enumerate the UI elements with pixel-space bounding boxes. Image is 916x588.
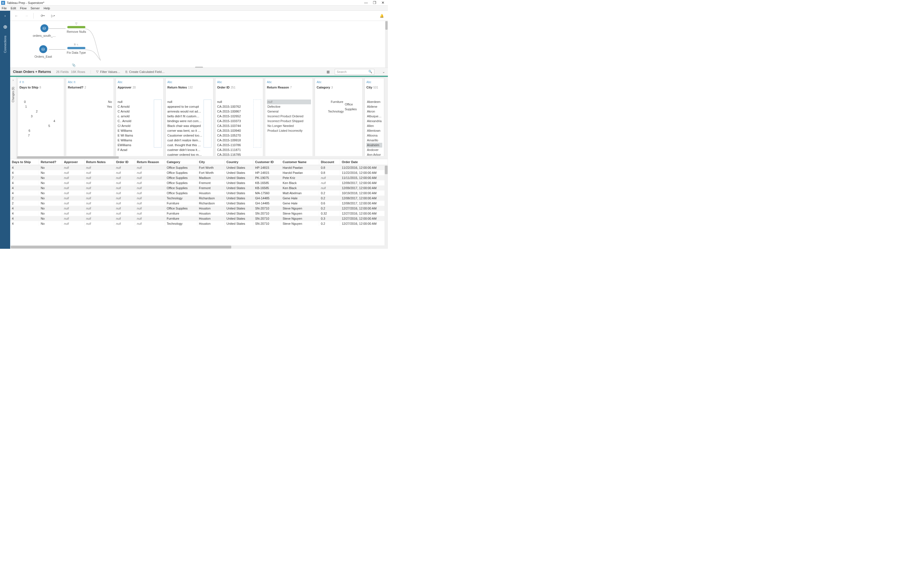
profile-value[interactable]: C Arnold [118, 104, 153, 109]
profile-card[interactable]: AbcCategory3FurnitureOffice SuppliesTech… [315, 78, 363, 159]
profile-card[interactable]: AbcOrder ID251nullCA-2015-100762CA-2015-… [215, 78, 263, 159]
run-button[interactable]: ▷▾ [49, 12, 57, 20]
flow-canvas[interactable]: ⛁ orders_south_… ▽ Remove Nulls ⛁ Orders… [10, 21, 388, 68]
filter-values-button[interactable]: ▽ Filter Values… [96, 70, 120, 73]
back-button[interactable]: ← [13, 12, 20, 20]
profile-value[interactable]: E Wi lliams [118, 133, 153, 138]
column-header[interactable]: Order Date [340, 159, 388, 165]
profile-value[interactable]: Csustomer ordered too… [167, 133, 202, 138]
profile-value[interactable]: null [118, 100, 153, 104]
profile-value[interactable]: Black chair was shipped [167, 124, 202, 128]
profile-value[interactable]: Andover [367, 147, 382, 152]
profile-value[interactable]: CA-2015-111871 [217, 147, 252, 152]
profile-value[interactable]: Anaheim [367, 143, 382, 147]
profile-value[interactable]: cust didn't realize item… [167, 138, 202, 143]
add-connection-button[interactable]: ⊕ [3, 24, 7, 30]
profile-value[interactable]: CA-2015-109918 [217, 138, 252, 143]
column-header[interactable]: Customer Name [281, 159, 319, 165]
profile-value[interactable]: CA-2015-110786 [217, 143, 252, 147]
column-header[interactable]: Discount [319, 159, 340, 165]
profile-value[interactable]: null [267, 100, 311, 104]
column-header[interactable]: Days to Ship [10, 159, 39, 165]
profile-value[interactable]: Akron [367, 109, 382, 114]
refresh-button[interactable]: ⟳▾ [39, 12, 47, 20]
profile-card[interactable]: AbcCity531AberdeenAbileneAkronAlbuquerqu… [364, 78, 384, 159]
table-row[interactable]: 4NonullnullnullnullFurnitureHoustonUnite… [10, 216, 388, 221]
table-row[interactable]: 4NonullnullnullnullOffice SuppliesHousto… [10, 191, 388, 195]
profile-value[interactable]: C Arnold [118, 109, 153, 114]
sidebar-toggle[interactable]: › [0, 11, 10, 21]
menu-server[interactable]: Server [31, 6, 40, 10]
histogram-bar[interactable]: 1 [19, 104, 62, 109]
table-row[interactable]: 4NonullnullnullnullOffice SuppliesFort W… [10, 165, 388, 170]
histogram-bar[interactable]: 2 [19, 109, 62, 114]
data-grid[interactable]: Days to ShipReturned?ApproverReturn Note… [10, 159, 388, 246]
profile-value[interactable]: CA-2015-102652 [217, 114, 252, 119]
profile-value[interactable]: E Williams [118, 128, 153, 133]
profile-value[interactable]: C/ Arnold [118, 124, 153, 128]
table-row[interactable]: 2NonullnullnullnullFurnitureRichardsonUn… [10, 201, 388, 206]
menu-file[interactable]: File [2, 6, 7, 10]
profile-value[interactable]: F Azad [118, 147, 153, 152]
histogram-bar[interactable]: 5 [19, 124, 62, 128]
create-calc-button[interactable]: ⎘ Create Calculated Field… [126, 70, 165, 73]
profile-value[interactable]: Albuquerqu [367, 114, 382, 119]
profile-value[interactable]: EWilliams [118, 143, 153, 147]
profile-card[interactable]: Abc ⎘Returned?2NoYes [66, 78, 114, 159]
profile-value[interactable]: Altoona [367, 133, 382, 138]
profile-value[interactable]: cust. thought that this … [167, 143, 202, 147]
profile-value[interactable]: Incorrect Product Ordered [267, 114, 311, 119]
histogram-bar[interactable]: Yes [68, 104, 112, 109]
table-row[interactable]: 4NonullnullnullnullOffice SuppliesFremon… [10, 186, 388, 191]
profile-value[interactable]: Amarillo [367, 138, 382, 143]
view-toggle-icon[interactable]: ▦ [326, 70, 330, 74]
profile-value[interactable]: E Williams [118, 138, 153, 143]
profile-value[interactable]: CA-2015-103744 [217, 124, 252, 128]
table-row[interactable]: 2NonullnullnullnullTechnologyRichardsonU… [10, 195, 388, 201]
profile-value[interactable]: CA-2015-100762 [217, 104, 252, 109]
horizontal-scrollbar[interactable] [16, 156, 388, 159]
menu-edit[interactable]: Edit [11, 6, 16, 10]
profile-value[interactable]: appeared to be corrupt [167, 104, 202, 109]
close-icon[interactable]: ✕ [381, 0, 384, 5]
histogram-bar[interactable]: 0 [19, 100, 62, 104]
table-row[interactable]: 4NonullnullnullnullFurnitureHoustonUnite… [10, 211, 388, 216]
table-row[interactable]: 4NonullnullnullnullOffice SuppliesHousto… [10, 206, 388, 211]
profile-value[interactable]: Aberdeen [367, 100, 382, 104]
column-header[interactable]: Return Notes [84, 159, 114, 165]
profile-value[interactable]: CA-2015-100867 [217, 109, 252, 114]
column-header[interactable]: Order ID [114, 159, 135, 165]
node-orders-south[interactable]: ⛁ orders_south_… [33, 24, 56, 37]
maximize-icon[interactable]: ❐ [373, 0, 376, 5]
profile-value[interactable]: C.. Arnold [118, 119, 153, 124]
column-header[interactable]: Returned? [39, 159, 62, 165]
column-header[interactable]: Customer ID [253, 159, 281, 165]
pane-resize-handle[interactable] [195, 67, 203, 68]
profile-value[interactable]: General [267, 109, 311, 114]
profile-value[interactable]: Defective [267, 104, 311, 109]
profile-card[interactable]: AbcApprover20nullC ArnoldC Arnoldc. arno… [116, 78, 164, 159]
table-row[interactable]: 4NonullnullnullnullOffice SuppliesFort W… [10, 170, 388, 175]
minimize-icon[interactable]: — [364, 0, 368, 5]
column-header[interactable]: Category [165, 159, 197, 165]
profile-value[interactable]: CA-2015-103373 [217, 119, 252, 124]
table-row[interactable]: 7NonullnullnullnullOffice SuppliesMadiso… [10, 175, 388, 180]
vertical-scrollbar[interactable] [385, 21, 388, 68]
vertical-scrollbar[interactable] [384, 165, 388, 246]
histogram-bar[interactable]: No [68, 100, 112, 104]
profile-value[interactable]: belts didn't fit custom… [167, 114, 202, 119]
node-remove-nulls[interactable]: ▽ Remove Nulls [67, 22, 86, 33]
profile-card[interactable]: # ⎘Days to Ship801234567 [18, 78, 64, 159]
profile-card[interactable]: AbcReturn Reason7nullDefectiveGeneralInc… [265, 78, 313, 159]
profile-value[interactable]: corner was bent, so it … [167, 128, 202, 133]
histogram-bar[interactable]: 7 [19, 133, 62, 138]
profile-value[interactable]: custmer didn't know it… [167, 147, 202, 152]
profile-value[interactable]: Allentown [367, 128, 382, 133]
profile-value[interactable]: bindings were not com… [167, 119, 202, 124]
column-header[interactable]: Return Reason [135, 159, 165, 165]
profile-card[interactable]: AbcReturn Notes132nullappeared to be cor… [165, 78, 213, 159]
histogram-bar[interactable]: 6 [19, 128, 62, 133]
profile-value[interactable]: No Longer Needed [267, 124, 311, 128]
profile-value[interactable]: Product Listed Incorrectly [267, 128, 311, 133]
search-input[interactable]: Search 🔍 [335, 69, 374, 74]
